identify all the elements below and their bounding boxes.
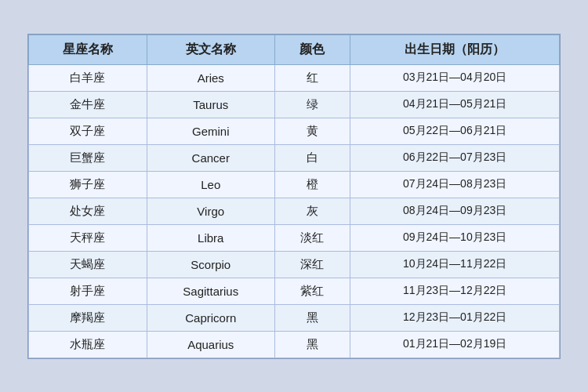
cell-english-name: Scorpio xyxy=(147,251,274,278)
cell-dates: 06月22日—07月23日 xyxy=(350,144,560,171)
table-row: 狮子座Leo橙07月24日—08月23日 xyxy=(29,171,560,198)
table-row: 金牛座Taurus绿04月21日—05月21日 xyxy=(29,91,560,118)
table-row: 处女座Virgo灰08月24日—09月23日 xyxy=(29,198,560,224)
header-color: 颜色 xyxy=(274,34,350,64)
cell-chinese-name: 巨蟹座 xyxy=(29,144,147,171)
cell-dates: 10月24日—11月22日 xyxy=(350,251,560,278)
cell-english-name: Aries xyxy=(147,64,274,91)
zodiac-table: 星座名称 英文名称 颜色 出生日期（阳历） 白羊座Aries红03月21日—04… xyxy=(28,34,560,358)
zodiac-table-container: 星座名称 英文名称 颜色 出生日期（阳历） 白羊座Aries红03月21日—04… xyxy=(27,34,561,359)
cell-chinese-name: 水瓶座 xyxy=(29,331,147,358)
table-row: 白羊座Aries红03月21日—04月20日 xyxy=(29,64,560,91)
cell-color: 黑 xyxy=(274,304,350,331)
cell-chinese-name: 狮子座 xyxy=(29,171,147,198)
table-row: 双子座Gemini黄05月22日—06月21日 xyxy=(29,118,560,144)
table-body: 白羊座Aries红03月21日—04月20日金牛座Taurus绿04月21日—0… xyxy=(29,64,560,358)
cell-color: 橙 xyxy=(274,171,350,198)
cell-dates: 04月21日—05月21日 xyxy=(350,91,560,118)
cell-dates: 03月21日—04月20日 xyxy=(350,64,560,91)
cell-english-name: Leo xyxy=(147,171,274,198)
cell-english-name: Cancer xyxy=(147,144,274,171)
cell-color: 灰 xyxy=(274,198,350,224)
cell-chinese-name: 天秤座 xyxy=(29,224,147,251)
cell-english-name: Gemini xyxy=(147,118,274,144)
cell-english-name: Virgo xyxy=(147,198,274,224)
cell-dates: 11月23日—12月22日 xyxy=(350,278,560,304)
cell-dates: 07月24日—08月23日 xyxy=(350,171,560,198)
table-row: 射手座Sagittarius紫红11月23日—12月22日 xyxy=(29,278,560,304)
cell-color: 白 xyxy=(274,144,350,171)
cell-english-name: Taurus xyxy=(147,91,274,118)
header-birth-date: 出生日期（阳历） xyxy=(350,34,560,64)
cell-chinese-name: 双子座 xyxy=(29,118,147,144)
cell-english-name: Aquarius xyxy=(147,331,274,358)
cell-color: 紫红 xyxy=(274,278,350,304)
cell-english-name: Libra xyxy=(147,224,274,251)
cell-chinese-name: 射手座 xyxy=(29,278,147,304)
table-header-row: 星座名称 英文名称 颜色 出生日期（阳历） xyxy=(29,34,560,64)
cell-dates: 01月21日—02月19日 xyxy=(350,331,560,358)
header-english-name: 英文名称 xyxy=(147,34,274,64)
cell-color: 深红 xyxy=(274,251,350,278)
cell-color: 黑 xyxy=(274,331,350,358)
table-row: 巨蟹座Cancer白06月22日—07月23日 xyxy=(29,144,560,171)
cell-dates: 12月23日—01月22日 xyxy=(350,304,560,331)
table-row: 摩羯座Capricorn黑12月23日—01月22日 xyxy=(29,304,560,331)
cell-dates: 05月22日—06月21日 xyxy=(350,118,560,144)
cell-chinese-name: 金牛座 xyxy=(29,91,147,118)
table-row: 天秤座Libra淡红09月24日—10月23日 xyxy=(29,224,560,251)
table-row: 水瓶座Aquarius黑01月21日—02月19日 xyxy=(29,331,560,358)
cell-color: 绿 xyxy=(274,91,350,118)
cell-english-name: Capricorn xyxy=(147,304,274,331)
cell-color: 淡红 xyxy=(274,224,350,251)
cell-english-name: Sagittarius xyxy=(147,278,274,304)
cell-dates: 08月24日—09月23日 xyxy=(350,198,560,224)
cell-chinese-name: 白羊座 xyxy=(29,64,147,91)
cell-color: 红 xyxy=(274,64,350,91)
cell-color: 黄 xyxy=(274,118,350,144)
cell-chinese-name: 摩羯座 xyxy=(29,304,147,331)
header-chinese-name: 星座名称 xyxy=(29,34,147,64)
cell-chinese-name: 天蝎座 xyxy=(29,251,147,278)
cell-dates: 09月24日—10月23日 xyxy=(350,224,560,251)
cell-chinese-name: 处女座 xyxy=(29,198,147,224)
table-row: 天蝎座Scorpio深红10月24日—11月22日 xyxy=(29,251,560,278)
